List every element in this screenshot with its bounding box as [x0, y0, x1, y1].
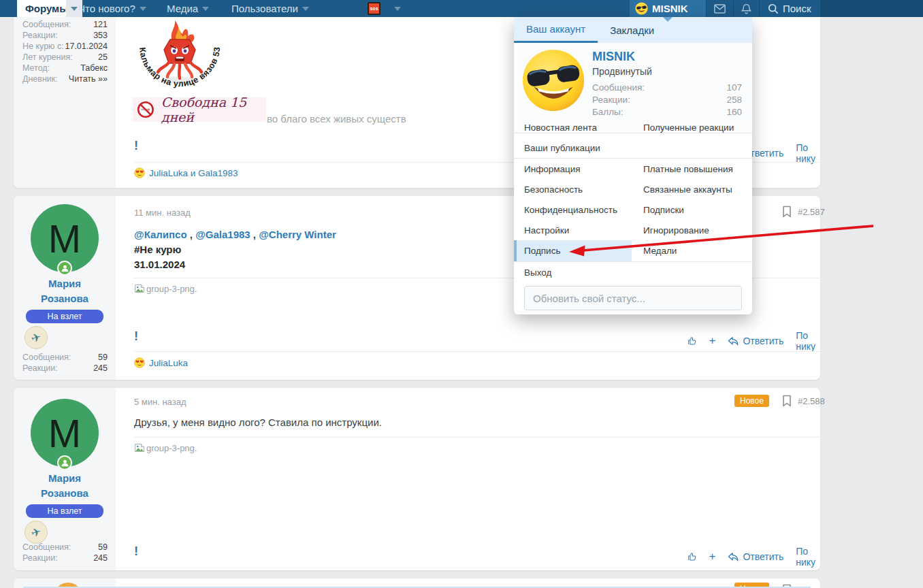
author-name-first[interactable]: Мария [14, 472, 116, 484]
reactions-row[interactable]: JuliaLuka и Gala1983 [134, 167, 238, 178]
add-reaction-button[interactable]: + [709, 550, 715, 564]
stat-value: 17.01.2024 [65, 41, 108, 52]
nav-tab-members[interactable]: Пользователи [231, 0, 309, 17]
menu-item-information[interactable]: Информация [514, 159, 632, 179]
reply-button[interactable]: Ответить [728, 336, 783, 346]
menu-item-logout[interactable]: Выход [514, 262, 632, 282]
mentions-line: @Калипсо , @Gala1983 , @Cherry Winter [134, 229, 336, 240]
menu-item-signature[interactable]: Подпись [514, 240, 632, 261]
dropdown-tabs: Ваш аккаунт Закладки [514, 17, 752, 43]
profile-name[interactable]: MISNIK [592, 50, 635, 64]
post-timestamp[interactable]: 11 мин. назад [134, 208, 191, 218]
heart-eyes-emoji-icon [134, 357, 145, 368]
stat-label: Сообщения: [22, 542, 71, 553]
stat-label: Сообщения: [22, 19, 71, 30]
by-nick-button[interactable]: По нику [796, 142, 820, 164]
diary-read-link[interactable]: Читать »» [69, 74, 108, 84]
reaction-users[interactable]: JuliaLuka [149, 358, 188, 368]
nav-account-tab[interactable]: MISNIK [630, 0, 706, 17]
status-update-input[interactable] [524, 286, 742, 310]
stat-row: Лет курения:25 [14, 52, 116, 63]
mention-link[interactable]: @Cherry Winter [259, 229, 336, 240]
broken-image-icon [134, 442, 145, 453]
menu-item-linked-accounts[interactable]: Связанные аккаунты [632, 179, 752, 199]
airplane-medal-icon[interactable]: ✈ [25, 521, 48, 544]
stat-value: 59 [98, 352, 108, 363]
author-stats: Сообщения:59 Реакции:245 [14, 352, 116, 374]
menu-item-received-reactions[interactable]: Полученные реакции [632, 117, 752, 137]
menu-item-ignoring[interactable]: Игнорирование [632, 220, 752, 240]
menu-item-subscriptions[interactable]: Подписки [632, 199, 752, 220]
menu-item-paid-upgrades[interactable]: Платные повышения [632, 159, 752, 179]
mention-link[interactable]: @Gala1983 [195, 229, 250, 240]
profile-avatar-icon[interactable] [521, 48, 586, 113]
post-hashtag-line: #Не курю [134, 244, 181, 255]
stat-value: 25 [98, 52, 108, 63]
by-nick-button[interactable]: По нику [796, 330, 820, 352]
search-icon [768, 3, 779, 14]
heart-eyes-emoji-icon [134, 167, 145, 178]
alerts-button[interactable] [733, 0, 759, 17]
reactions-row[interactable]: JuliaLuka [134, 357, 188, 368]
reply-button[interactable]: Ответить [728, 551, 783, 562]
nav-tab-sos[interactable]: sos [368, 0, 401, 17]
attachment-filename: group-3-png. [146, 443, 197, 453]
bell-icon [741, 3, 751, 14]
tab-your-account[interactable]: Ваш аккаунт [514, 17, 598, 43]
broken-attachment[interactable]: group-3-png. [134, 283, 197, 294]
stat-row: Реакции:353 [14, 30, 116, 41]
nav-tab-whats-new[interactable]: Что нового? [78, 0, 146, 17]
tab-bookmarks[interactable]: Закладки [598, 17, 666, 43]
reply-label: Ответить [743, 551, 783, 562]
bookmark-icon[interactable] [781, 206, 792, 218]
stat-value: 121 [93, 19, 108, 30]
post-number[interactable]: #2.587 [798, 207, 825, 217]
mention-link[interactable]: @Калипсо [134, 229, 187, 240]
stat-value: 245 [93, 553, 108, 564]
menu-item-your-posts[interactable]: Ваши публикации [514, 137, 632, 158]
squid-icon [158, 39, 201, 78]
post-card-next-sliver: Новое [14, 578, 820, 588]
menu-item-settings[interactable]: Настройки [514, 220, 632, 240]
airplane-medal-icon[interactable]: ✈ [25, 326, 48, 349]
by-nick-button[interactable]: По нику [796, 546, 820, 568]
broken-attachment[interactable]: group-3-png. [134, 442, 197, 453]
stat-label: Баллы: [592, 107, 624, 117]
menu-item-news-feed[interactable]: Новостная лента [514, 117, 632, 137]
author-name-first[interactable]: Мария [14, 278, 116, 289]
menu-item-medals[interactable]: Медали [632, 240, 752, 261]
search-button[interactable]: Поиск [768, 0, 811, 17]
like-icon[interactable] [687, 551, 696, 563]
broken-image-icon [134, 283, 145, 294]
inbox-button[interactable] [706, 0, 733, 17]
stat-label: Лет курения: [22, 52, 73, 63]
menu-item-security[interactable]: Безопасность [514, 179, 632, 199]
post-number[interactable]: #2.588 [798, 396, 825, 406]
menu-item-privacy[interactable]: Конфиденциальность [514, 199, 632, 220]
attachment-filename: group-3-png. [146, 284, 197, 294]
reaction-users[interactable]: JuliaLuka и Gala1983 [149, 168, 238, 178]
bookmark-icon[interactable] [781, 395, 792, 407]
author-name-last[interactable]: Розанова [14, 293, 116, 304]
flair-label: На взлет [47, 506, 82, 516]
post-card-2588: M Мария Розанова На взлет ✈ Сообщения:59… [14, 388, 820, 570]
mention-separator: , [250, 229, 259, 240]
stat-label: Метод: [22, 63, 50, 74]
like-icon[interactable] [687, 335, 696, 347]
author-name-last[interactable]: Розанова [14, 487, 116, 499]
post-body-text: Друзья, у меня видно лого? Ставила по ин… [134, 416, 382, 428]
sos-icon: sos [368, 2, 380, 15]
by-nick-label: По нику [796, 546, 820, 568]
nav-forums-label: Форумы [25, 3, 68, 14]
nav-tab-media[interactable]: Медиа [167, 0, 209, 17]
search-label: Поиск [783, 3, 811, 14]
reply-label: Ответить [743, 336, 783, 346]
profile-rank: Продвинутый [592, 66, 652, 77]
forum-page: Сообщения:121 Реакции:353 Не курю с:17.0… [0, 0, 923, 588]
reply-arrow-icon [728, 552, 739, 562]
signature-aside-text: во благо всех живых существ [267, 113, 406, 125]
post-timestamp[interactable]: 5 мин. назад [134, 397, 186, 407]
dropdown-pointer-caret [663, 17, 673, 22]
account-name-label: MISNIK [652, 3, 688, 14]
add-reaction-button[interactable]: + [709, 334, 715, 348]
